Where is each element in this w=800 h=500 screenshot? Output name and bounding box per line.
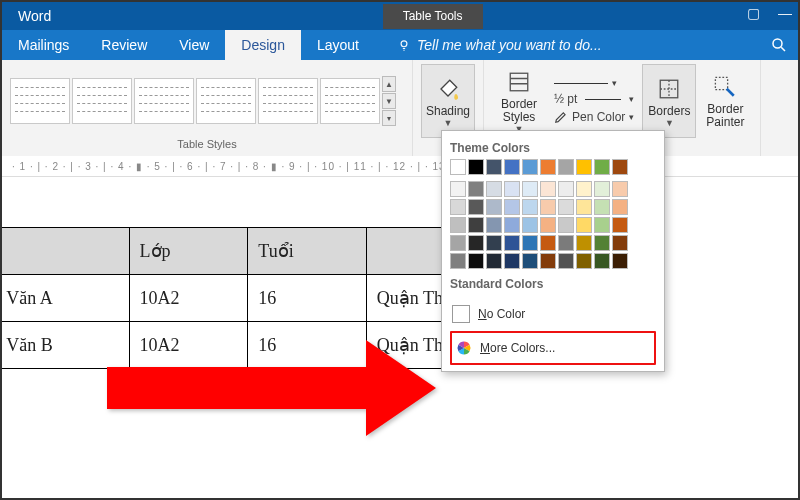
color-swatch[interactable] xyxy=(576,253,592,269)
color-swatch[interactable] xyxy=(576,181,592,197)
table-style-thumb[interactable] xyxy=(134,78,194,124)
app-window: Word Table Tools ▢ — Mailings Review Vie… xyxy=(0,0,800,500)
color-swatch[interactable] xyxy=(504,235,520,251)
color-swatch[interactable] xyxy=(450,253,466,269)
color-swatch[interactable] xyxy=(468,217,484,233)
color-swatch[interactable] xyxy=(594,253,610,269)
color-swatch[interactable] xyxy=(450,217,466,233)
color-swatch[interactable] xyxy=(522,235,538,251)
color-swatch[interactable] xyxy=(522,253,538,269)
color-swatch[interactable] xyxy=(504,199,520,215)
table-style-thumb[interactable] xyxy=(320,78,380,124)
color-swatch[interactable] xyxy=(540,235,556,251)
tab-design[interactable]: Design xyxy=(225,30,301,60)
theme-color-row xyxy=(450,159,656,175)
table-cell[interactable] xyxy=(0,228,129,275)
tab-mailings[interactable]: Mailings xyxy=(2,30,85,60)
color-swatch[interactable] xyxy=(468,253,484,269)
color-swatch[interactable] xyxy=(468,159,484,175)
color-swatch[interactable] xyxy=(486,235,502,251)
chevron-up-icon[interactable]: ▲ xyxy=(382,76,396,92)
table-style-thumb[interactable] xyxy=(72,78,132,124)
pen-color-button[interactable]: Pen Color▾ xyxy=(554,110,634,124)
table-styles-gallery[interactable]: ▲▼▾ xyxy=(10,76,396,126)
no-color-item[interactable]: No Color xyxy=(450,301,656,327)
color-swatch[interactable] xyxy=(612,253,628,269)
color-swatch[interactable] xyxy=(558,253,574,269)
color-swatch[interactable] xyxy=(612,181,628,197)
color-swatch[interactable] xyxy=(594,217,610,233)
table-cell[interactable]: Tuổi xyxy=(248,228,367,275)
tell-me-search[interactable]: Tell me what you want to do... xyxy=(381,30,618,60)
color-swatch[interactable] xyxy=(522,181,538,197)
horizontal-ruler[interactable]: · 1 · | · 2 · | · 3 · | · 4 · ▮ · 5 · | … xyxy=(2,156,798,177)
color-swatch[interactable] xyxy=(504,217,520,233)
border-styles-button[interactable]: Border Styles ▼ xyxy=(492,64,546,138)
table-cell[interactable]: yễn Văn A xyxy=(0,275,129,322)
table-style-thumb[interactable] xyxy=(258,78,318,124)
color-swatch[interactable] xyxy=(504,181,520,197)
color-swatch[interactable] xyxy=(468,199,484,215)
color-swatch[interactable] xyxy=(468,181,484,197)
color-swatch[interactable] xyxy=(450,235,466,251)
color-swatch[interactable] xyxy=(594,235,610,251)
color-swatch[interactable] xyxy=(612,159,628,175)
tab-view[interactable]: View xyxy=(163,30,225,60)
color-swatch[interactable] xyxy=(558,217,574,233)
color-swatch[interactable] xyxy=(540,199,556,215)
pen-weight-select[interactable]: ½ pt▾ xyxy=(554,92,634,106)
color-swatch[interactable] xyxy=(504,159,520,175)
color-swatch[interactable] xyxy=(468,235,484,251)
table-cell[interactable]: Lớp xyxy=(129,228,248,275)
color-swatch[interactable] xyxy=(576,159,592,175)
color-swatch[interactable] xyxy=(594,159,610,175)
color-swatch[interactable] xyxy=(558,181,574,197)
table-style-thumb[interactable] xyxy=(196,78,256,124)
group-table-styles: ▲▼▾ Table Styles xyxy=(2,60,413,156)
color-swatch[interactable] xyxy=(594,199,610,215)
gallery-scroll[interactable]: ▲▼▾ xyxy=(382,76,396,126)
color-swatch[interactable] xyxy=(486,199,502,215)
color-swatch[interactable] xyxy=(486,217,502,233)
color-swatch[interactable] xyxy=(486,181,502,197)
chevron-down-icon[interactable]: ▼ xyxy=(382,93,396,109)
color-swatch[interactable] xyxy=(522,199,538,215)
border-painter-button[interactable]: Border Painter xyxy=(698,64,752,138)
table-style-thumb[interactable] xyxy=(10,78,70,124)
color-swatch[interactable] xyxy=(486,253,502,269)
color-swatch[interactable] xyxy=(612,199,628,215)
color-swatch[interactable] xyxy=(540,253,556,269)
color-swatch[interactable] xyxy=(576,235,592,251)
color-swatch[interactable] xyxy=(522,159,538,175)
color-swatch[interactable] xyxy=(612,217,628,233)
line-style-select[interactable]: ▾ xyxy=(554,78,634,88)
tab-review[interactable]: Review xyxy=(85,30,163,60)
table-cell[interactable]: 10A2 xyxy=(129,275,248,322)
color-swatch[interactable] xyxy=(504,253,520,269)
color-swatch[interactable] xyxy=(450,181,466,197)
shading-button[interactable]: Shading ▼ xyxy=(421,64,475,138)
color-swatch[interactable] xyxy=(540,159,556,175)
color-swatch[interactable] xyxy=(486,159,502,175)
chevron-down-icon: ▼ xyxy=(444,118,453,128)
color-swatch[interactable] xyxy=(558,199,574,215)
color-swatch[interactable] xyxy=(594,181,610,197)
color-swatch[interactable] xyxy=(540,181,556,197)
search-button[interactable] xyxy=(760,30,798,60)
color-swatch[interactable] xyxy=(576,217,592,233)
color-swatch[interactable] xyxy=(558,235,574,251)
more-colors-item[interactable]: More Colors... xyxy=(450,331,656,365)
gallery-more-icon[interactable]: ▾ xyxy=(382,110,396,126)
color-swatch[interactable] xyxy=(576,199,592,215)
color-swatch[interactable] xyxy=(558,159,574,175)
color-swatch[interactable] xyxy=(540,217,556,233)
table-cell[interactable]: 16 xyxy=(248,275,367,322)
ribbon-options-icon[interactable]: ▢ xyxy=(747,5,760,21)
color-swatch[interactable] xyxy=(612,235,628,251)
color-swatch[interactable] xyxy=(450,199,466,215)
color-swatch[interactable] xyxy=(522,217,538,233)
color-swatch[interactable] xyxy=(450,159,466,175)
tab-layout[interactable]: Layout xyxy=(301,30,375,60)
minimize-icon[interactable]: — xyxy=(778,5,792,21)
borders-button[interactable]: Borders ▼ xyxy=(642,64,696,138)
